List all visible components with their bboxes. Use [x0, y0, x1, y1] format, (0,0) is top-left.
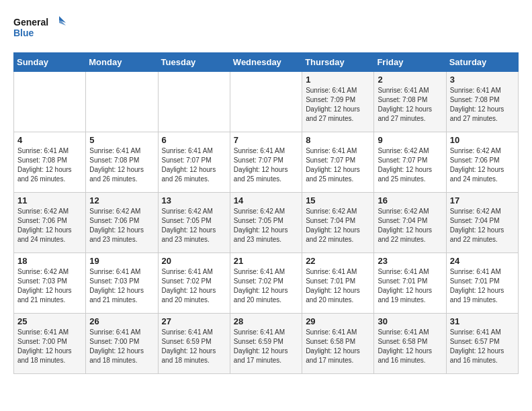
day-info: Sunrise: 6:41 AM Sunset: 7:01 PM Dayligh…: [306, 267, 370, 305]
day-number: 19: [89, 256, 154, 266]
day-info: Sunrise: 6:41 AM Sunset: 7:07 PM Dayligh…: [306, 146, 370, 184]
day-info: Sunrise: 6:42 AM Sunset: 7:06 PM Dayligh…: [89, 207, 154, 244]
calendar-week-2: 4Sunrise: 6:41 AM Sunset: 7:08 PM Daylig…: [14, 132, 519, 193]
day-info: Sunrise: 6:41 AM Sunset: 7:08 PM Dayligh…: [378, 86, 442, 124]
weekday-sunday: Sunday: [14, 53, 86, 72]
calendar-cell: 31Sunrise: 6:41 AM Sunset: 6:57 PM Dayli…: [446, 314, 518, 374]
calendar-cell: [158, 72, 230, 132]
calendar-cell: 6Sunrise: 6:41 AM Sunset: 7:07 PM Daylig…: [158, 132, 230, 193]
day-info: Sunrise: 6:42 AM Sunset: 7:05 PM Dayligh…: [234, 207, 298, 244]
calendar-cell: 28Sunrise: 6:41 AM Sunset: 6:59 PM Dayli…: [230, 314, 302, 374]
logo: General Blue: [13, 13, 67, 42]
day-number: 30: [378, 316, 442, 326]
calendar-cell: 23Sunrise: 6:41 AM Sunset: 7:01 PM Dayli…: [374, 253, 446, 314]
day-number: 21: [234, 256, 298, 266]
day-info: Sunrise: 6:42 AM Sunset: 7:04 PM Dayligh…: [306, 207, 370, 244]
calendar-cell: 14Sunrise: 6:42 AM Sunset: 7:05 PM Dayli…: [230, 193, 302, 253]
weekday-wednesday: Wednesday: [230, 53, 302, 72]
calendar-cell: 25Sunrise: 6:41 AM Sunset: 7:00 PM Dayli…: [14, 314, 86, 374]
calendar-cell: 26Sunrise: 6:41 AM Sunset: 7:00 PM Dayli…: [86, 314, 158, 374]
calendar-cell: 27Sunrise: 6:41 AM Sunset: 6:59 PM Dayli…: [158, 314, 230, 374]
day-info: Sunrise: 6:42 AM Sunset: 7:04 PM Dayligh…: [450, 207, 515, 244]
day-number: 3: [450, 75, 515, 85]
day-number: 5: [89, 135, 154, 145]
day-number: 4: [17, 135, 82, 145]
calendar-cell: 7Sunrise: 6:41 AM Sunset: 7:07 PM Daylig…: [230, 132, 302, 193]
calendar-week-1: 1Sunrise: 6:41 AM Sunset: 7:09 PM Daylig…: [14, 72, 519, 132]
day-info: Sunrise: 6:42 AM Sunset: 7:04 PM Dayligh…: [378, 207, 442, 244]
day-number: 20: [162, 256, 226, 266]
page-header: General Blue: [13, 13, 519, 42]
weekday-tuesday: Tuesday: [158, 53, 230, 72]
day-number: 12: [89, 195, 154, 205]
calendar-cell: 1Sunrise: 6:41 AM Sunset: 7:09 PM Daylig…: [302, 72, 374, 132]
calendar-cell: 30Sunrise: 6:41 AM Sunset: 6:58 PM Dayli…: [374, 314, 446, 374]
day-number: 17: [450, 195, 515, 205]
calendar-cell: 15Sunrise: 6:42 AM Sunset: 7:04 PM Dayli…: [302, 193, 374, 253]
day-number: 25: [17, 316, 82, 326]
day-number: 16: [378, 195, 442, 205]
weekday-friday: Friday: [374, 53, 446, 72]
day-number: 8: [306, 135, 370, 145]
calendar-cell: [14, 72, 86, 132]
day-info: Sunrise: 6:41 AM Sunset: 6:58 PM Dayligh…: [378, 328, 442, 365]
calendar-cell: [230, 72, 302, 132]
day-number: 18: [17, 256, 82, 266]
calendar-cell: 3Sunrise: 6:41 AM Sunset: 7:08 PM Daylig…: [446, 72, 518, 132]
calendar-cell: 12Sunrise: 6:42 AM Sunset: 7:06 PM Dayli…: [86, 193, 158, 253]
day-number: 24: [450, 256, 515, 266]
day-info: Sunrise: 6:41 AM Sunset: 7:07 PM Dayligh…: [162, 146, 226, 184]
day-info: Sunrise: 6:41 AM Sunset: 7:08 PM Dayligh…: [450, 86, 515, 124]
day-number: 2: [378, 75, 442, 85]
day-number: 26: [89, 316, 154, 326]
day-number: 31: [450, 316, 515, 326]
day-number: 28: [234, 316, 298, 326]
day-number: 29: [306, 316, 370, 326]
weekday-header-row: SundayMondayTuesdayWednesdayThursdayFrid…: [14, 53, 519, 72]
day-number: 1: [306, 75, 370, 85]
day-number: 15: [306, 195, 370, 205]
day-info: Sunrise: 6:42 AM Sunset: 7:07 PM Dayligh…: [378, 146, 442, 184]
calendar-cell: 2Sunrise: 6:41 AM Sunset: 7:08 PM Daylig…: [374, 72, 446, 132]
day-number: 10: [450, 135, 515, 145]
calendar-week-3: 11Sunrise: 6:42 AM Sunset: 7:06 PM Dayli…: [14, 193, 519, 253]
calendar-cell: 4Sunrise: 6:41 AM Sunset: 7:08 PM Daylig…: [14, 132, 86, 193]
calendar-cell: 8Sunrise: 6:41 AM Sunset: 7:07 PM Daylig…: [302, 132, 374, 193]
day-number: 23: [378, 256, 442, 266]
calendar-cell: 22Sunrise: 6:41 AM Sunset: 7:01 PM Dayli…: [302, 253, 374, 314]
calendar-week-5: 25Sunrise: 6:41 AM Sunset: 7:00 PM Dayli…: [14, 314, 519, 374]
calendar-cell: 5Sunrise: 6:41 AM Sunset: 7:08 PM Daylig…: [86, 132, 158, 193]
day-info: Sunrise: 6:41 AM Sunset: 6:59 PM Dayligh…: [162, 328, 226, 365]
day-info: Sunrise: 6:41 AM Sunset: 7:01 PM Dayligh…: [378, 267, 442, 305]
calendar-cell: 20Sunrise: 6:41 AM Sunset: 7:02 PM Dayli…: [158, 253, 230, 314]
day-info: Sunrise: 6:42 AM Sunset: 7:05 PM Dayligh…: [162, 207, 226, 244]
day-info: Sunrise: 6:41 AM Sunset: 7:07 PM Dayligh…: [234, 146, 298, 184]
day-number: 14: [234, 195, 298, 205]
day-info: Sunrise: 6:42 AM Sunset: 7:06 PM Dayligh…: [17, 207, 82, 244]
day-info: Sunrise: 6:41 AM Sunset: 6:58 PM Dayligh…: [306, 328, 370, 365]
day-number: 7: [234, 135, 298, 145]
logo-svg: General Blue: [13, 13, 67, 42]
weekday-monday: Monday: [86, 53, 158, 72]
day-info: Sunrise: 6:42 AM Sunset: 7:03 PM Dayligh…: [17, 267, 82, 305]
calendar-cell: 29Sunrise: 6:41 AM Sunset: 6:58 PM Dayli…: [302, 314, 374, 374]
day-info: Sunrise: 6:41 AM Sunset: 7:02 PM Dayligh…: [234, 267, 298, 305]
day-number: 22: [306, 256, 370, 266]
day-info: Sunrise: 6:41 AM Sunset: 7:08 PM Dayligh…: [89, 146, 154, 184]
day-number: 9: [378, 135, 442, 145]
calendar-cell: 21Sunrise: 6:41 AM Sunset: 7:02 PM Dayli…: [230, 253, 302, 314]
calendar-week-4: 18Sunrise: 6:42 AM Sunset: 7:03 PM Dayli…: [14, 253, 519, 314]
day-info: Sunrise: 6:41 AM Sunset: 6:59 PM Dayligh…: [234, 328, 298, 365]
calendar-cell: 9Sunrise: 6:42 AM Sunset: 7:07 PM Daylig…: [374, 132, 446, 193]
day-info: Sunrise: 6:41 AM Sunset: 7:08 PM Dayligh…: [17, 146, 82, 184]
day-info: Sunrise: 6:41 AM Sunset: 7:00 PM Dayligh…: [17, 328, 82, 365]
svg-text:General: General: [13, 17, 48, 28]
svg-text:Blue: Blue: [13, 28, 34, 38]
day-number: 11: [17, 195, 82, 205]
day-info: Sunrise: 6:41 AM Sunset: 7:00 PM Dayligh…: [89, 328, 154, 365]
day-info: Sunrise: 6:41 AM Sunset: 7:09 PM Dayligh…: [306, 86, 370, 124]
weekday-saturday: Saturday: [446, 53, 518, 72]
day-number: 13: [162, 195, 226, 205]
calendar-cell: 19Sunrise: 6:41 AM Sunset: 7:03 PM Dayli…: [86, 253, 158, 314]
calendar-cell: 17Sunrise: 6:42 AM Sunset: 7:04 PM Dayli…: [446, 193, 518, 253]
